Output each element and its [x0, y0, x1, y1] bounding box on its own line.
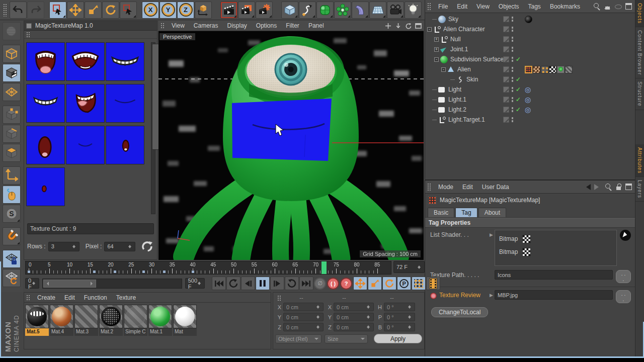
visibility-dots[interactable] [511, 16, 514, 22]
panel-detach-icon[interactable] [625, 184, 632, 190]
size-mode-dropdown[interactable]: Size [325, 334, 368, 343]
start-frame-field[interactable]: 0 F [25, 278, 39, 289]
texture-grid-scrollbar[interactable] [151, 42, 155, 214]
pause-button[interactable] [256, 277, 270, 290]
shader-picker-cursor-icon[interactable] [620, 230, 631, 241]
texture-review-browse-button[interactable]: . . . [616, 290, 631, 303]
points-mode-button[interactable] [3, 106, 21, 124]
tab-structure[interactable]: Structure [635, 78, 644, 110]
spinner-icon[interactable] [316, 304, 320, 310]
pixel-spinner-icon[interactable] [128, 243, 132, 250]
redo-button[interactable] [27, 2, 44, 19]
tree-row-null[interactable]: + Null [425, 34, 635, 44]
goto-end-button[interactable] [299, 277, 313, 290]
autokey-position-button[interactable] [353, 277, 367, 290]
add-cube-button[interactable] [281, 2, 298, 19]
shader-item-bitmap-2[interactable]: Bitmap [499, 245, 612, 258]
viewport-menu-item[interactable]: Filter [281, 21, 304, 31]
tab-content-browser[interactable]: Content Browser [635, 27, 644, 78]
rotate-button[interactable] [102, 2, 119, 19]
viewport-panel[interactable]: ViewCamerasDisplayOptionsFilterPanel Per… [158, 21, 424, 260]
scroll-right-icon[interactable] [91, 282, 95, 286]
autokey-scale-button[interactable] [368, 277, 382, 290]
keyframe-marker[interactable] [113, 270, 117, 274]
apply-button[interactable]: Apply [374, 334, 422, 343]
texture-tile-mouth-open-laugh[interactable] [26, 42, 65, 81]
viewport-rotate-icon[interactable] [405, 23, 412, 29]
om-menu-item[interactable]: Bookmarks [545, 2, 585, 12]
make-editable-button[interactable] [3, 22, 21, 40]
viewport-menu-item[interactable]: Panel [304, 21, 329, 31]
goto-start-button[interactable] [212, 277, 226, 290]
spinner-icon[interactable] [408, 314, 412, 320]
model-mode-button[interactable] [3, 45, 21, 63]
magictexturemap-titlebar[interactable]: MagicTextureMap 1.0 [24, 21, 157, 31]
collapse-icon[interactable]: - [427, 27, 432, 32]
texture-path-browse-button[interactable]: . . . [616, 270, 631, 283]
spinner-icon[interactable] [366, 304, 371, 310]
visibility-dots[interactable] [511, 117, 514, 123]
selection-tag[interactable] [565, 66, 573, 73]
lock-z-axis-button[interactable]: Z [177, 2, 194, 19]
target-tag-icon[interactable]: ◎ [525, 106, 531, 114]
lock-y-axis-button[interactable]: Y [159, 2, 177, 19]
attr-menu-item[interactable]: Edit [458, 182, 477, 192]
layer-toggle[interactable] [503, 56, 509, 62]
workplane-mode-button[interactable] [3, 83, 21, 101]
viewport-menu-item[interactable]: Cameras [189, 21, 223, 31]
pixel-stepper[interactable]: 64 [104, 242, 135, 251]
texture-tile-mouth-tiny-dot[interactable] [26, 167, 65, 206]
magnet-snap-button[interactable] [3, 227, 21, 245]
visibility-dots[interactable] [511, 76, 514, 82]
om-menu-item[interactable]: Edit [452, 2, 472, 12]
layer-toggle[interactable] [503, 97, 509, 103]
texture-mode-button[interactable] [3, 64, 21, 82]
render-view-button[interactable] [220, 2, 237, 19]
spinner-icon[interactable] [366, 324, 371, 330]
material-mat3[interactable]: Mat.3 [74, 305, 98, 336]
camera-label[interactable]: Perspective [159, 33, 195, 40]
render-region-button[interactable] [238, 2, 255, 19]
play-forwards-button[interactable] [285, 277, 299, 290]
visibility-dots[interactable] [511, 36, 514, 42]
spinner-icon[interactable] [316, 314, 320, 320]
rows-spinner-icon[interactable] [72, 243, 76, 250]
add-light-button[interactable] [405, 2, 422, 19]
keyframe-marker[interactable] [142, 270, 145, 274]
add-camera-button[interactable] [387, 2, 404, 19]
layer-toggle[interactable] [503, 66, 509, 72]
end-frame-spinner-icon[interactable] [197, 280, 202, 287]
size-y-field[interactable]: 0 cm [334, 313, 374, 321]
viewport-menu-item[interactable]: Display [222, 21, 251, 31]
texture-tile-mouth-grin-open[interactable] [66, 42, 105, 81]
layer-toggle[interactable] [503, 86, 509, 93]
collapse-icon[interactable]: - [434, 57, 439, 62]
timeline-scrollbar[interactable] [42, 279, 182, 289]
size-x-field[interactable]: 0 cm [334, 303, 374, 311]
enabled-check-icon[interactable]: ✓ [516, 76, 522, 83]
material-mat[interactable]: Mat [173, 305, 197, 336]
om-menu-item[interactable]: Objects [494, 2, 524, 12]
current-frame-field[interactable]: 72 F [393, 261, 425, 273]
shader-item-bitmap-1[interactable]: Bitmap [499, 232, 612, 245]
lock-icon[interactable] [615, 184, 622, 190]
search-icon[interactable] [605, 184, 612, 190]
autokey-point-level-button[interactable] [412, 277, 426, 290]
move-button[interactable] [67, 2, 84, 19]
layer-toggle[interactable] [503, 107, 509, 113]
edges-mode-button[interactable] [3, 125, 21, 143]
material-menu-item[interactable]: Texture [112, 293, 140, 303]
size-z-field[interactable]: 0 cm [334, 323, 374, 331]
tree-row-subdivision-surface[interactable]: - Subdivision Surface ✓ [425, 54, 635, 64]
viewport-solo-button[interactable] [3, 186, 21, 204]
pos-y-field[interactable]: 0 cm [283, 313, 324, 321]
workplane-snap-button[interactable] [3, 269, 21, 287]
material-simple[interactable]: Simple C [124, 305, 147, 336]
uvw-tag[interactable] [549, 66, 556, 73]
material-menu-item[interactable]: Create [33, 293, 60, 303]
add-deformer-button[interactable] [352, 2, 369, 19]
spinner-icon[interactable] [408, 324, 412, 330]
texture-tile-mouth-closed-line[interactable] [106, 84, 144, 123]
attr-menu-item[interactable]: User Data [477, 182, 514, 192]
material-mat4[interactable]: Mat.4 [50, 305, 73, 336]
